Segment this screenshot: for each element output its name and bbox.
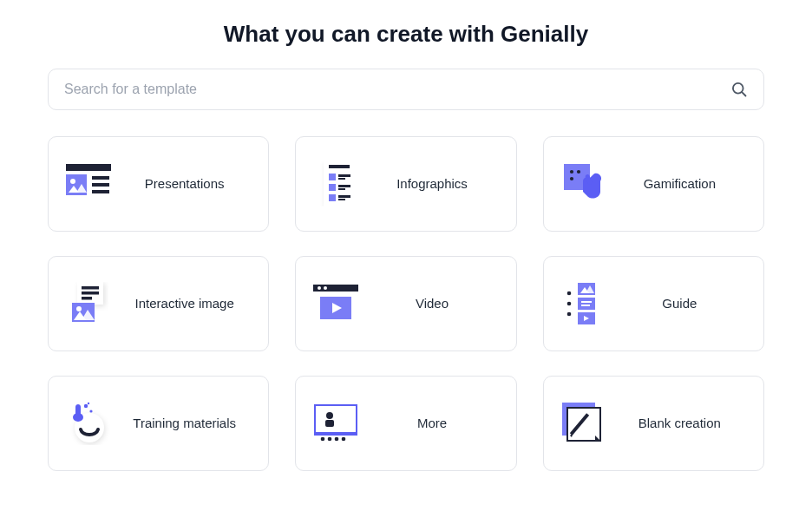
video-icon	[310, 278, 362, 330]
card-infographics[interactable]: Infographics	[295, 136, 516, 232]
svg-point-48	[326, 412, 333, 419]
presentations-icon	[62, 158, 115, 210]
card-presentations[interactable]: Presentations	[48, 136, 269, 232]
card-training-materials[interactable]: Training materials	[48, 376, 269, 471]
gamification-icon	[558, 158, 610, 210]
svg-point-51	[328, 437, 332, 442]
svg-point-45	[89, 409, 92, 412]
svg-point-53	[342, 437, 346, 442]
svg-point-34	[566, 292, 571, 296]
svg-rect-38	[578, 298, 595, 310]
svg-point-4	[70, 179, 75, 184]
svg-point-44	[84, 404, 88, 408]
svg-line-1	[742, 92, 745, 95]
svg-point-20	[570, 170, 573, 174]
svg-rect-47	[314, 404, 357, 434]
card-guide[interactable]: Guide	[543, 256, 764, 351]
svg-rect-17	[338, 195, 350, 198]
card-label: Guide	[610, 296, 750, 312]
svg-point-21	[577, 170, 580, 174]
svg-rect-13	[329, 184, 336, 191]
card-label: More	[362, 416, 501, 432]
svg-rect-39	[581, 301, 592, 303]
svg-point-36	[566, 312, 571, 317]
training-materials-icon	[62, 397, 115, 449]
svg-rect-2	[66, 164, 111, 171]
svg-rect-7	[92, 190, 109, 193]
card-gamification[interactable]: Gamification	[543, 136, 764, 232]
card-blank-creation[interactable]: Blank creation	[543, 376, 764, 471]
svg-rect-49	[325, 420, 334, 427]
interactive-image-icon	[62, 278, 115, 330]
search-icon[interactable]	[730, 81, 748, 98]
card-label: Infographics	[362, 176, 501, 193]
card-interactive-image[interactable]: Interactive image	[48, 256, 269, 351]
card-label: Training materials	[115, 416, 254, 432]
search-bar[interactable]	[48, 69, 764, 110]
infographics-icon	[310, 158, 362, 210]
category-grid: Presentations Infographic	[48, 136, 764, 471]
svg-point-52	[335, 437, 339, 442]
blank-creation-icon	[558, 397, 610, 449]
card-label: Video	[362, 296, 501, 312]
svg-point-43	[73, 413, 83, 422]
svg-point-29	[76, 306, 82, 311]
svg-rect-12	[338, 178, 345, 180]
svg-rect-11	[338, 174, 350, 177]
page-title: What you can create with Genially	[48, 21, 764, 48]
more-icon	[310, 397, 362, 449]
svg-point-22	[570, 177, 573, 180]
svg-point-32	[324, 286, 327, 290]
svg-rect-40	[581, 305, 590, 306]
svg-rect-16	[329, 194, 336, 201]
svg-point-50	[321, 437, 325, 442]
svg-rect-26	[82, 292, 99, 295]
svg-point-35	[566, 302, 571, 306]
svg-rect-15	[338, 188, 345, 190]
svg-rect-9	[329, 165, 350, 168]
svg-point-46	[88, 403, 89, 404]
card-more[interactable]: More	[295, 376, 516, 471]
svg-point-31	[318, 286, 321, 290]
card-label: Interactive image	[115, 296, 254, 312]
svg-rect-14	[338, 185, 350, 187]
guide-icon	[558, 278, 610, 330]
card-label: Blank creation	[610, 416, 750, 432]
card-video[interactable]: Video	[295, 256, 516, 351]
svg-rect-27	[82, 297, 92, 300]
svg-rect-6	[92, 183, 109, 187]
card-label: Presentations	[115, 176, 254, 193]
svg-rect-18	[338, 199, 345, 200]
svg-rect-5	[92, 176, 109, 180]
card-label: Gamification	[610, 176, 750, 193]
search-input[interactable]	[64, 82, 730, 97]
svg-rect-10	[329, 174, 336, 180]
svg-rect-25	[82, 286, 99, 290]
